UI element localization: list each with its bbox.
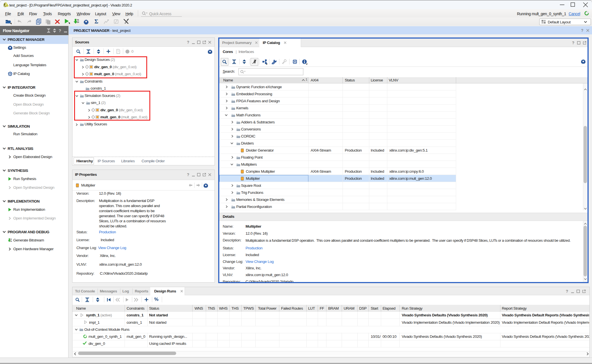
svg-text:Σ: Σ — [94, 18, 98, 25]
svg-text:10: 10 — [77, 21, 79, 23]
svg-text:01: 01 — [10, 238, 12, 240]
svg-text:10: 10 — [10, 240, 12, 242]
svg-text:01: 01 — [77, 19, 79, 21]
svg-text:?: ? — [117, 50, 119, 53]
